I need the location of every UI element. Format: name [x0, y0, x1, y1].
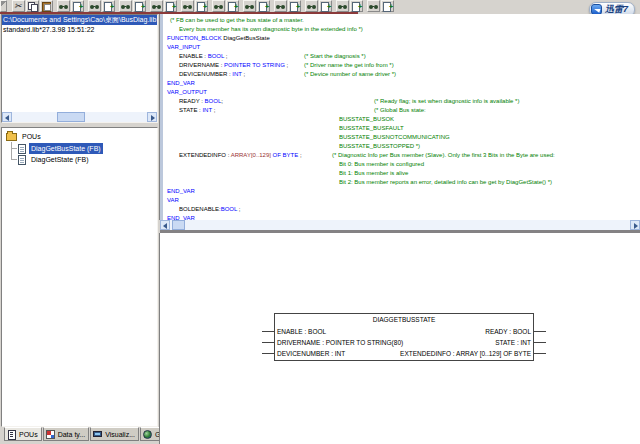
copy-icon[interactable]	[26, 0, 39, 12]
insert-page-icon[interactable]	[288, 0, 301, 12]
code-token: VAR_OUTPUT	[167, 89, 207, 95]
code-token: BOOL	[221, 206, 237, 212]
tree-item-diaggetbusstate-fb-[interactable]: DiagGetBusState (FB)	[18, 143, 157, 154]
eyeglasses-icon[interactable]	[305, 0, 318, 12]
code-comment: Every bus member has its own diagnostic …	[179, 25, 363, 34]
code-line: END_VAR	[164, 79, 640, 88]
insert-page-icon[interactable]	[350, 0, 363, 12]
insert-page-icon[interactable]	[71, 0, 84, 12]
editor-hscrollbar[interactable]	[160, 220, 640, 230]
eyeglasses-icon[interactable]	[243, 0, 256, 12]
scroll-track[interactable]	[12, 112, 147, 122]
code-token: INT	[232, 71, 242, 77]
code-comment: (* Global Bus state:	[374, 106, 426, 115]
input-pin-line	[262, 342, 274, 343]
insert-page-icon[interactable]	[102, 0, 115, 12]
insert-page-icon[interactable]	[195, 0, 208, 12]
insert-page-icon[interactable]	[133, 0, 146, 12]
code-token: VAR_INPUT	[167, 44, 200, 50]
code-token: VAR	[167, 197, 179, 203]
fbd-output-label: STATE : INT	[495, 338, 531, 347]
code-line: DEVICENUMBER : INT ;(* Device number of …	[164, 70, 640, 79]
eyeglasses-icon[interactable]	[274, 0, 287, 12]
code-line: BOLDENABLE:BOOL ;	[164, 205, 640, 214]
scroll-left-button[interactable]	[160, 220, 170, 230]
code-token: END_VAR	[167, 80, 195, 86]
workspace-tabs: POUsData ty...Visualiz...Global...	[4, 427, 185, 443]
function-block-title: DIAGGETBUSSTATE	[275, 316, 533, 324]
eyeglasses-icon[interactable]	[119, 0, 132, 12]
scroll-left-button[interactable]	[2, 112, 12, 122]
scroll-track[interactable]	[170, 220, 630, 230]
insert-page-icon[interactable]	[381, 0, 394, 12]
ide-window: 迅雷7 C:\Documents and Settings\Cao\桌面\Bus…	[0, 0, 640, 444]
tab-label: POUs	[19, 429, 38, 441]
tree-item-diaggetstate-fb-[interactable]: DiagGetState (FB)	[18, 154, 157, 165]
library-file-panel[interactable]: C:\Documents and Settings\Cao\桌面\BusDiag…	[1, 14, 158, 123]
fbd-pin-row: DEVICENUMBER : INTEXTENDEDINFO : ARRAY […	[277, 349, 531, 358]
datatypes-icon	[46, 430, 56, 440]
code-line: (* FB can be used to get the bus state o…	[164, 16, 640, 25]
insert-page-icon[interactable]	[226, 0, 239, 12]
code-comment: BUSSTATE_BUSOK	[339, 115, 394, 124]
file-panel-hscrollbar[interactable]	[2, 112, 157, 122]
globals-icon	[143, 430, 153, 440]
tab-dataty[interactable]: Data ty...	[43, 427, 90, 441]
code-line: Bit 0: Bus member is configured	[164, 160, 640, 169]
code-comment: BUSSTATE_BUSNOTCOMMUNICATING	[339, 133, 450, 142]
code-token: INT	[202, 107, 212, 113]
fbd-pin-row: DRIVERNAME : POINTER TO STRING(80)STATE …	[277, 338, 531, 347]
code-token: POINTER TO STRING	[224, 62, 285, 68]
tab-visualiz[interactable]: Visualiz...	[90, 427, 139, 441]
eyeglasses-icon[interactable]	[181, 0, 194, 12]
tree-root-label: POUs	[20, 131, 43, 142]
code-line: VAR_INPUT	[164, 43, 640, 52]
output-pin-line	[534, 342, 546, 343]
code-token: DEVICENUMBER :	[179, 71, 232, 77]
fbd-input-label: ENABLE : BOOL	[277, 327, 326, 336]
declaration-editor[interactable]: (* FB can be used to get the bus state o…	[159, 14, 640, 220]
insert-page-icon[interactable]	[164, 0, 177, 12]
library-path-item[interactable]: C:\Documents and Settings\Cao\桌面\BusDiag…	[2, 15, 157, 25]
tab-label: Data ty...	[58, 429, 86, 441]
code-line: EXTENDEDINFO : ARRAY[0..129] OF BYTE ;(*…	[164, 151, 640, 160]
folder-icon	[6, 133, 17, 141]
tree-root-pous[interactable]: POUs	[6, 131, 157, 142]
eyeglasses-icon[interactable]	[212, 0, 225, 12]
scroll-thumb[interactable]	[172, 220, 185, 230]
pou-tree-panel[interactable]: POUs DiagGetBusState (FB)DiagGetState (F…	[1, 127, 158, 427]
tab-pous[interactable]: POUs	[4, 427, 42, 441]
eyeglasses-icon[interactable]	[367, 0, 380, 12]
scroll-thumb[interactable]	[57, 112, 85, 122]
code-line: BUSSTATE_BUSFAULT	[164, 124, 640, 133]
tree-item-label: DiagGetState (FB)	[29, 154, 91, 165]
tree-item-label: DiagGetBusState (FB)	[29, 143, 103, 154]
code-token: END_VAR	[167, 188, 195, 194]
insert-page-icon[interactable]	[257, 0, 270, 12]
scroll-right-button[interactable]	[630, 220, 640, 230]
eyeglasses-icon[interactable]	[150, 0, 163, 12]
code-token: ARRAY[0..129]	[231, 152, 271, 158]
library-info-item[interactable]: standard.lib*27.3.98 15:51:22	[2, 25, 157, 35]
eyeglasses-icon[interactable]	[88, 0, 101, 12]
code-comment: (* Driver name the get info from *)	[304, 61, 394, 70]
insert-page-icon[interactable]	[319, 0, 332, 12]
code-token: ;	[224, 53, 227, 59]
eyeglasses-icon[interactable]	[57, 0, 70, 12]
code-line: Bit 2: Bus member reports an error, deta…	[164, 178, 640, 187]
eyeglasses-icon[interactable]	[336, 0, 349, 12]
fbd-editor-body[interactable]: DIAGGETBUSSTATE ENABLE : BOOLREADY : BOO…	[159, 233, 640, 444]
code-token: ;	[237, 206, 240, 212]
scroll-right-button[interactable]	[147, 112, 157, 122]
code-comment: BUSSTATE_BUSSTOPPED *)	[339, 142, 420, 151]
clipped-toolbar-icon[interactable]	[0, 0, 7, 12]
cut-icon[interactable]	[12, 0, 25, 12]
code-line: ENABLE : BOOL ;(* Start the diagnosis *)	[164, 52, 640, 61]
fbd-output-label: EXTENDEDINFO : ARRAY [0..129] OF BYTE	[400, 349, 531, 358]
code-line: BUSSTATE_BUSNOTCOMMUNICATING	[164, 133, 640, 142]
paste-icon[interactable]	[40, 0, 53, 12]
code-token: ;	[285, 62, 288, 68]
code-line: VAR	[164, 196, 640, 205]
tree-connector-tick	[11, 148, 17, 149]
function-block-box[interactable]: DIAGGETBUSSTATE ENABLE : BOOLREADY : BOO…	[274, 313, 534, 361]
